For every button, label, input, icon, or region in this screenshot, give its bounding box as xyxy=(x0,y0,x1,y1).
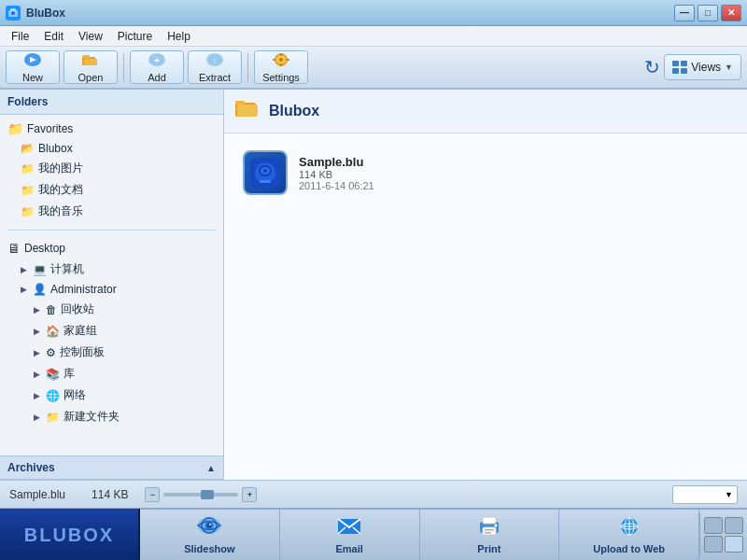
sidebar-item-library[interactable]: ▶ 📚 库 xyxy=(0,363,223,385)
svg-rect-27 xyxy=(235,101,245,105)
svg-point-2 xyxy=(11,11,15,15)
status-filename: Sample.blu xyxy=(9,488,65,501)
print-button[interactable]: Print xyxy=(420,509,560,560)
toolbar-right: ↻ Views ▼ xyxy=(644,54,741,80)
administrator-label: Administrator xyxy=(50,283,117,296)
view-btn-3[interactable] xyxy=(704,536,723,553)
svg-rect-45 xyxy=(483,517,496,524)
status-filesize: 114 KB xyxy=(92,488,128,501)
extract-button[interactable]: ↑ Extract xyxy=(188,50,242,84)
sidebar-item-network[interactable]: ▶ 🌐 网络 xyxy=(0,385,223,406)
status-dropdown[interactable]: ▼ xyxy=(672,485,738,504)
sidebar-item-newfolder[interactable]: ▶ 📁 新建文件夹 xyxy=(0,406,223,427)
controlpanel-icon: ⚙ xyxy=(46,346,56,359)
blubox-folder-icon: 📂 xyxy=(21,142,35,155)
svg-rect-8 xyxy=(84,59,97,65)
content-folder-icon xyxy=(235,97,261,125)
upload-button[interactable]: Upload to Web xyxy=(559,509,699,560)
dropdown-arrow: ▼ xyxy=(725,490,733,499)
sidebar-item-favorites[interactable]: 📁 Favorites xyxy=(0,119,223,139)
email-icon xyxy=(336,515,362,540)
close-button[interactable]: ✕ xyxy=(721,5,741,21)
view-btn-1[interactable] xyxy=(704,517,723,534)
svg-text:+: + xyxy=(154,55,160,65)
menu-view[interactable]: View xyxy=(71,28,110,45)
app-icon xyxy=(6,6,21,21)
network-icon: 🌐 xyxy=(46,389,60,402)
sidebar: Folders 📁 Favorites 📂 Blubox 📁 我的图片 📁 我的… xyxy=(0,90,224,480)
music-label: 我的音乐 xyxy=(38,203,83,219)
recycle-icon: 🗑 xyxy=(46,303,57,316)
menu-picture[interactable]: Picture xyxy=(110,28,160,45)
sidebar-item-recycle[interactable]: ▶ 🗑 回收站 xyxy=(0,299,223,320)
view-row-1 xyxy=(704,517,743,534)
sidebar-item-computer[interactable]: ▶ 💻 计算机 xyxy=(0,259,223,280)
sidebar-favorites-section: 📁 Favorites 📂 Blubox 📁 我的图片 📁 我的文档 📁 我的音… xyxy=(0,115,223,226)
email-button[interactable]: Email xyxy=(280,509,420,560)
sidebar-item-controlpanel[interactable]: ▶ ⚙ 控制面板 xyxy=(0,342,223,363)
svg-rect-21 xyxy=(287,59,289,61)
svg-rect-23 xyxy=(681,61,687,66)
slider-track[interactable] xyxy=(163,493,238,497)
pictures-icon: 📁 xyxy=(21,162,35,175)
expand-icon-4: ▶ xyxy=(34,327,40,336)
add-button[interactable]: + Add xyxy=(130,50,184,84)
sidebar-item-desktop[interactable]: 🖥 Desktop xyxy=(0,238,223,259)
svg-point-17 xyxy=(279,58,283,62)
menu-file[interactable]: File xyxy=(4,28,36,45)
sidebar-spacer xyxy=(0,431,223,455)
print-icon xyxy=(476,515,502,540)
sidebar-item-pictures[interactable]: 📁 我的图片 xyxy=(0,158,223,179)
homegroup-label: 家庭组 xyxy=(63,323,97,339)
menu-edit[interactable]: Edit xyxy=(36,28,71,45)
new-icon xyxy=(22,51,43,71)
settings-button[interactable]: Settings xyxy=(254,50,308,84)
blubox-folder-label: Blubox xyxy=(38,142,73,155)
slider-thumb[interactable] xyxy=(201,490,214,499)
view-btn-2[interactable] xyxy=(725,517,743,534)
sidebar-item-homegroup[interactable]: ▶ 🏠 家庭组 xyxy=(0,320,223,342)
open-icon xyxy=(80,51,101,71)
menu-help[interactable]: Help xyxy=(160,28,198,45)
settings-icon xyxy=(271,51,291,71)
sidebar-item-administrator[interactable]: ▶ 👤 Administrator xyxy=(0,280,223,299)
expand-icon-3: ▶ xyxy=(34,305,40,315)
extract-icon: ↑ xyxy=(204,51,225,71)
library-label: 库 xyxy=(63,366,75,382)
archives-section-header[interactable]: Archives ▲ xyxy=(0,455,223,480)
file-item-sample[interactable]: Sample.blu 114 KB 2011-6-14 06:21 xyxy=(233,143,738,203)
expand-icon: ▶ xyxy=(21,265,27,274)
views-dropdown-arrow: ▼ xyxy=(725,63,733,72)
documents-label: 我的文档 xyxy=(38,182,83,198)
newfolder-icon: 📁 xyxy=(46,411,60,424)
svg-rect-20 xyxy=(273,59,275,61)
zoom-in-button[interactable]: + xyxy=(242,487,257,502)
svg-rect-19 xyxy=(280,63,282,66)
minimize-button[interactable]: — xyxy=(674,5,695,21)
svg-rect-25 xyxy=(681,68,687,74)
sidebar-item-documents[interactable]: 📁 我的文档 xyxy=(0,179,223,201)
title-bar: BluBox — □ ✕ xyxy=(0,0,747,26)
open-label: Open xyxy=(78,72,104,83)
open-button[interactable]: Open xyxy=(63,50,118,84)
svg-point-39 xyxy=(206,523,212,528)
view-btn-4[interactable] xyxy=(725,536,743,553)
toolbar: New Open + Add ↑ xyxy=(0,47,747,90)
toolbar-sep-1 xyxy=(123,53,124,81)
view-row-2 xyxy=(704,536,743,553)
favorites-label: Favorites xyxy=(27,122,73,135)
svg-rect-47 xyxy=(485,529,494,531)
sidebar-item-music[interactable]: 📁 我的音乐 xyxy=(0,201,223,222)
sidebar-item-blubox[interactable]: 📂 Blubox xyxy=(0,139,223,158)
zoom-out-button[interactable]: − xyxy=(145,487,160,502)
views-button[interactable]: Views ▼ xyxy=(664,54,741,80)
sidebar-desktop-section: 🖥 Desktop ▶ 💻 计算机 ▶ 👤 Administrator ▶ 🗑 … xyxy=(0,234,223,431)
menu-bar: File Edit View Picture Help xyxy=(0,26,747,47)
svg-point-49 xyxy=(494,525,497,527)
status-bar: Sample.blu 114 KB − + ▼ xyxy=(0,480,747,508)
maximize-button[interactable]: □ xyxy=(698,5,718,21)
computer-label: 计算机 xyxy=(50,261,84,277)
slideshow-button[interactable]: Slideshow xyxy=(140,509,280,560)
new-button[interactable]: New xyxy=(6,50,60,84)
refresh-button[interactable]: ↻ xyxy=(644,56,660,78)
